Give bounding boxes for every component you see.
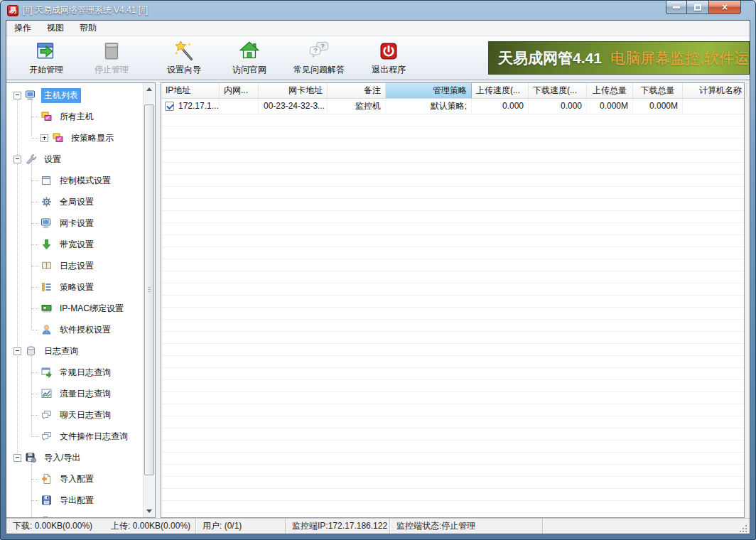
collapse-icon[interactable]	[14, 347, 21, 355]
tree-item-policy-settings[interactable]: 策略设置	[6, 276, 143, 298]
stop-management-icon	[101, 40, 122, 62]
row-checkbox[interactable]	[165, 102, 174, 111]
sidebar: 主机列表 所有主机 按策略显示 设置	[6, 82, 156, 518]
col-header-policy[interactable]: 管理策略	[386, 83, 472, 98]
client-area: 操作 视图 帮助 开始管理 停止管理 设置向导 访问官网	[6, 20, 750, 534]
status-monitor-ip: 监控端IP:172.17.186.122	[285, 519, 389, 534]
arrow-down-icon	[146, 509, 152, 513]
tree-item-label: 所有主机	[57, 109, 97, 124]
tree-item-label: 日志查询	[41, 344, 81, 359]
cell-download-speed: 0.000	[529, 99, 587, 114]
collapse-icon[interactable]	[14, 92, 21, 99]
setup-wizard-button[interactable]: 设置向导	[151, 38, 217, 78]
col-header-upload-total[interactable]: 上传总量	[587, 83, 633, 98]
col-header-computer-name[interactable]: 计算机名称	[683, 83, 747, 98]
tree-item-label: 导入/导出	[41, 450, 83, 465]
exit-power-icon	[378, 40, 399, 62]
cell-download-total: 0.000M	[633, 99, 683, 114]
tree-item-log-query[interactable]: 日志查询	[6, 340, 143, 362]
tree-item-all-hosts[interactable]: 所有主机	[6, 106, 143, 127]
col-header-download-total[interactable]: 下载总量	[633, 83, 683, 98]
tree-item-clipped[interactable]	[6, 511, 143, 517]
minimize-button[interactable]	[666, 1, 687, 14]
tree-item-control-mode[interactable]: 控制模式设置	[6, 170, 143, 191]
hosts-icon	[40, 111, 53, 122]
scrollbar-thumb[interactable]	[144, 104, 154, 475]
col-header-mac[interactable]: 网卡地址	[259, 83, 328, 98]
col-header-intranet[interactable]: 内网...	[220, 83, 259, 98]
collapse-icon[interactable]	[14, 156, 21, 163]
tree-item-bandwidth[interactable]: 带宽设置	[6, 234, 143, 255]
close-button[interactable]: ×	[708, 1, 741, 14]
stop-management-button[interactable]: 停止管理	[79, 38, 144, 78]
tree-item-import-config[interactable]: 导入配置	[6, 468, 143, 490]
maximize-button[interactable]	[687, 1, 708, 14]
minimize-icon	[673, 6, 680, 9]
window-controls: ×	[666, 1, 741, 14]
tree-item-ip-mac-binding[interactable]: IP-MAC绑定设置	[6, 298, 143, 319]
tree-item-label: 全局设置	[57, 195, 97, 210]
start-management-button[interactable]: 开始管理	[14, 38, 79, 78]
menu-view[interactable]: 视图	[39, 20, 72, 36]
status-upload: 上传: 0.00KB(0.00%)	[111, 520, 190, 532]
menu-bar: 操作 视图 帮助	[6, 21, 750, 36]
tree-item-general-log[interactable]: 常规日志查询	[6, 362, 143, 383]
cell-ip: 172.17.1...	[178, 99, 219, 114]
maximize-icon	[694, 4, 701, 11]
tree-item-host-list[interactable]: 主机列表	[6, 85, 143, 106]
menu-help[interactable]: 帮助	[72, 20, 104, 36]
tree-item-chat-log[interactable]: 聊天日志查询	[6, 404, 143, 426]
status-bar: 下载: 0.00KB(0.00%) 上传: 0.00KB(0.00%) 用户: …	[6, 518, 750, 534]
tree-item-log-settings[interactable]: 日志设置	[6, 255, 143, 276]
faq-button[interactable]: 常见问题解答	[282, 38, 356, 78]
tree-item-nic-settings[interactable]: 网卡设置	[6, 212, 143, 234]
home-website-icon	[239, 40, 260, 62]
book-icon	[40, 260, 53, 271]
computer-monitor-icon	[25, 90, 37, 101]
down-arrow-icon	[40, 239, 53, 250]
scroll-up-button[interactable]	[144, 83, 155, 95]
tree-item-settings[interactable]: 设置	[6, 148, 143, 170]
table-header: IP地址 内网... 网卡地址 备注 管理策略 上传速度(... 下载速度(..…	[161, 83, 744, 99]
toolbar-button-label: 访问官网	[232, 64, 266, 76]
sidebar-scrollbar[interactable]	[143, 83, 155, 517]
empty-grid-rows	[161, 114, 744, 517]
col-header-ip[interactable]: IP地址	[161, 83, 220, 98]
tree-item-label: 流量日志查询	[57, 387, 114, 401]
tree-item-file-op-log[interactable]: 文件操作日志查询	[6, 426, 143, 447]
import-doc-icon	[40, 473, 53, 485]
cell-computer-name	[683, 99, 744, 114]
tree-item-export-config[interactable]: 导出配置	[6, 490, 143, 511]
col-header-download-speed[interactable]: 下载速度(...	[529, 83, 587, 98]
menu-operation[interactable]: 操作	[6, 20, 39, 36]
start-management-icon	[36, 40, 57, 62]
cell-mac: 00-23-24-32-3...	[259, 99, 328, 114]
tree-item-traffic-log[interactable]: 流量日志查询	[6, 383, 143, 404]
status-traffic: 下载: 0.00KB(0.00%) 上传: 0.00KB(0.00%)	[6, 519, 195, 534]
expand-icon[interactable]	[40, 134, 48, 142]
tree-item-label: 聊天日志查询	[57, 408, 114, 423]
tree-item-license[interactable]: 软件授权设置	[6, 319, 143, 340]
tree-item-import-export[interactable]: 导入/导出	[6, 447, 143, 468]
status-monitor-ip-text: 监控端IP:172.17.186.122	[292, 520, 387, 532]
cell-upload-speed: 0.000	[472, 99, 529, 114]
log-query-icon	[40, 367, 53, 378]
tree-item-label: 设置	[41, 152, 64, 167]
tree-item-label: 导出配置	[57, 493, 97, 508]
computer-monitor-icon	[40, 217, 53, 229]
title-bar[interactable]: 易 [#] 天易成网络管理系统 V4.41 [#] ×	[1, 1, 755, 20]
exit-program-button[interactable]: 退出程序	[356, 38, 421, 78]
table-body: 172.17.1... 00-23-24-32-3... 监控机 默认策略; 0…	[161, 99, 744, 517]
scroll-down-button[interactable]	[144, 505, 155, 517]
table-row[interactable]: 172.17.1... 00-23-24-32-3... 监控机 默认策略; 0…	[161, 99, 744, 114]
banner-tagline: 电脑屏幕监控,软件运行	[610, 48, 750, 68]
visit-website-button[interactable]: 访问官网	[217, 38, 282, 78]
tree-item-global-settings[interactable]: 全局设置	[6, 191, 143, 212]
collapse-icon[interactable]	[14, 454, 21, 462]
resize-grip[interactable]	[739, 524, 748, 534]
panel-splitter[interactable]	[156, 82, 161, 518]
tree-item-by-policy[interactable]: 按策略显示	[6, 127, 143, 148]
col-header-upload-speed[interactable]: 上传速度(...	[472, 83, 529, 98]
col-header-filler	[747, 83, 755, 98]
col-header-remark[interactable]: 备注	[328, 83, 386, 98]
